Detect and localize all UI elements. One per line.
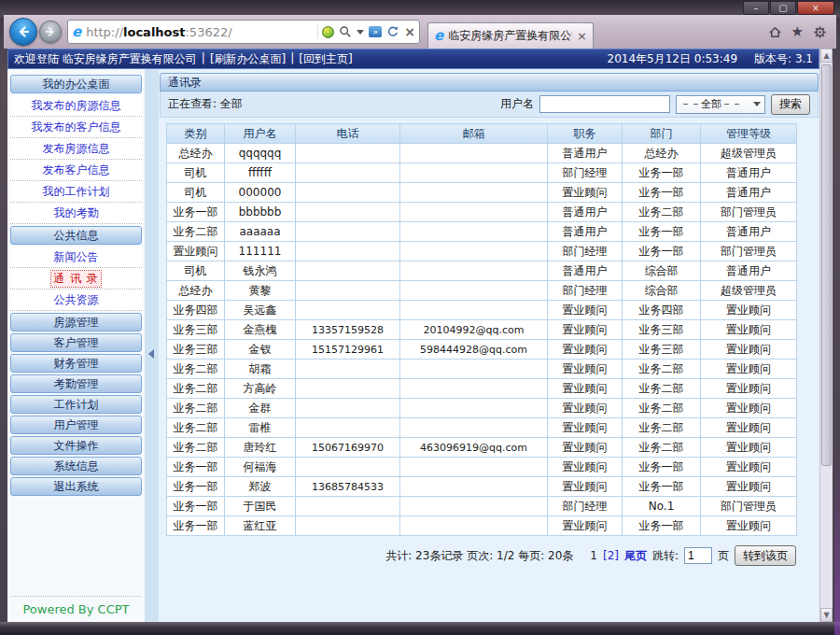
collapse-sidebar-icon[interactable]: [148, 349, 154, 359]
sidebar-section-header[interactable]: 系统信息: [10, 457, 142, 475]
sidebar-section-header[interactable]: 文件操作: [10, 436, 142, 455]
scroll-up-icon[interactable]: ▲: [820, 49, 833, 63]
sidebar-item[interactable]: 我发布的客户信息: [10, 117, 142, 138]
sidebar-item[interactable]: 我发布的房源信息: [10, 95, 142, 117]
forward-button[interactable]: [39, 21, 62, 43]
tab-close-icon[interactable]: ×: [577, 29, 587, 43]
sidebar-item[interactable]: 我的考勤: [10, 203, 142, 224]
settings-gear-icon[interactable]: [813, 25, 827, 39]
sidebar-item-link[interactable]: 发布客户信息: [43, 162, 110, 178]
jump-page-input[interactable]: [684, 547, 712, 564]
table-cell: [400, 222, 548, 242]
table-cell: 业务一部: [167, 516, 225, 536]
table-row: 业务二部金群置业顾问业务二部置业顾问: [167, 399, 797, 418]
home-icon[interactable]: [768, 25, 782, 39]
table-cell: 司机: [167, 163, 225, 183]
sidebar-section-header[interactable]: 用户管理: [10, 416, 142, 434]
go-to-page-icon[interactable]: »: [369, 26, 382, 37]
sidebar-item-link[interactable]: 公共资源: [54, 292, 99, 308]
sidebar-item[interactable]: 发布房源信息: [10, 138, 142, 160]
sidebar-section-header[interactable]: 我的办公桌面: [10, 75, 142, 93]
table-cell: 部门经理: [548, 163, 623, 183]
column-header: 职务: [548, 124, 623, 144]
refresh-icon[interactable]: [386, 25, 399, 38]
table-cell: aaaaaa: [225, 222, 296, 242]
table-row: 业务二部胡霜置业顾问业务二部置业顾问: [167, 360, 797, 379]
table-cell: 置业顾问: [167, 242, 225, 261]
username-input[interactable]: [539, 95, 670, 113]
table-cell: 部门管理员: [701, 242, 797, 261]
sidebar-section-header[interactable]: 客户管理: [10, 333, 142, 352]
table-cell: bbbbbb: [225, 203, 296, 222]
back-button[interactable]: [9, 18, 37, 46]
refresh-desktop-link[interactable]: [刷新办公桌面]: [210, 51, 286, 67]
table-cell: [400, 458, 548, 477]
table-cell: 方高岭: [225, 379, 296, 399]
last-page-link[interactable]: 尾页: [624, 548, 647, 564]
table-cell: 业务二部: [167, 418, 225, 438]
stop-icon[interactable]: ×: [404, 25, 415, 38]
table-cell: 普通用户: [701, 261, 797, 281]
favorites-star-icon[interactable]: ★: [791, 23, 804, 40]
table-row: 业务二部唐玲红15067169970463096919@qq.com置业顾问业务…: [167, 438, 797, 458]
sidebar-item-link[interactable]: 我发布的房源信息: [32, 98, 121, 114]
search-dropdown-caret[interactable]: [357, 30, 364, 35]
search-icon[interactable]: [339, 25, 352, 38]
sidebar-item-link-active[interactable]: 通 讯 录: [51, 271, 101, 287]
table-cell: 雷椎: [225, 418, 296, 438]
sidebar-item[interactable]: 公共资源: [10, 289, 142, 311]
maximize-button[interactable]: ▢: [770, 1, 796, 15]
sidebar-item-link[interactable]: 我的工作计划: [43, 184, 110, 200]
sidebar-section-header[interactable]: 房源管理: [10, 313, 142, 332]
sidebar-section-header[interactable]: 公共信息: [10, 226, 142, 245]
viewing-label: 正在查看: 全部: [168, 96, 500, 112]
site-status-icon[interactable]: [322, 26, 334, 38]
sidebar-item[interactable]: 通 讯 录: [10, 268, 142, 289]
sidebar-item-link[interactable]: 发布房源信息: [43, 141, 110, 157]
table-cell: 业务二部: [623, 360, 701, 379]
sidebar-section-header[interactable]: 工作计划: [10, 395, 142, 414]
jump-label: 跳转:: [652, 548, 679, 564]
sidebar-item-link[interactable]: 新闻公告: [54, 249, 99, 265]
sidebar-section-header[interactable]: 财务管理: [10, 354, 142, 373]
close-button[interactable]: ×: [797, 1, 834, 15]
welcome-text: 欢迎登陆 临安房缘房产置换有限公司: [14, 51, 197, 67]
sidebar-section-header[interactable]: 退出系统: [10, 477, 142, 496]
table-cell: 置业顾问: [701, 418, 797, 438]
back-arrow-icon: [16, 24, 31, 39]
sidebar-item[interactable]: 新闻公告: [10, 247, 142, 268]
page-suffix: 页: [718, 548, 729, 564]
scrollbar-thumb[interactable]: [821, 64, 832, 466]
department-select[interactable]: －－全部－－: [676, 95, 765, 114]
vertical-scrollbar[interactable]: ▲ ▼: [819, 49, 833, 622]
table-cell: [400, 379, 548, 399]
sidebar-item[interactable]: 我的工作计划: [10, 181, 142, 203]
sidebar-item-link[interactable]: 我的考勤: [54, 205, 99, 221]
table-cell: 部门经理: [548, 242, 623, 261]
sidebar-item[interactable]: 发布客户信息: [10, 160, 142, 181]
table-cell: 总经办: [167, 144, 225, 163]
table-cell: 业务一部: [623, 516, 701, 536]
page-2-link[interactable]: [2]: [603, 549, 619, 562]
table-cell: 置业顾问: [548, 360, 623, 379]
scroll-down-icon[interactable]: ▼: [820, 608, 833, 622]
browser-tab[interactable]: e 临安房缘房产置换有限公司... ×: [427, 22, 594, 49]
search-button[interactable]: 搜索: [771, 94, 810, 115]
table-cell: 业务一部: [623, 458, 701, 477]
banner-separator: |: [290, 51, 294, 67]
table-cell: 业务一部: [623, 183, 701, 203]
scrollbar-track[interactable]: [820, 63, 833, 608]
go-to-page-button[interactable]: 转到该页: [735, 545, 796, 566]
pagination-bar: 共计: 23条记录 页次: 1/2 每页: 20条 1 [2] 尾页 跳转: 页…: [159, 545, 796, 566]
url-text[interactable]: http://localhost:53622/: [86, 25, 317, 39]
minimize-button[interactable]: –: [743, 1, 769, 15]
sidebar-splitter[interactable]: [146, 69, 159, 622]
sidebar-section-header[interactable]: 考勤管理: [10, 374, 142, 393]
address-bar[interactable]: e http://localhost:53622/ » ×: [67, 20, 420, 44]
table-cell: 总经办: [167, 281, 225, 301]
table-row: 总经办qqqqqq普通用户总经办超级管理员: [167, 144, 797, 163]
table-cell: [296, 144, 400, 163]
back-home-link[interactable]: [回到主页]: [299, 51, 352, 67]
sidebar-item-link[interactable]: 我发布的客户信息: [32, 120, 121, 135]
table-cell: 463096919@qq.com: [400, 438, 548, 458]
